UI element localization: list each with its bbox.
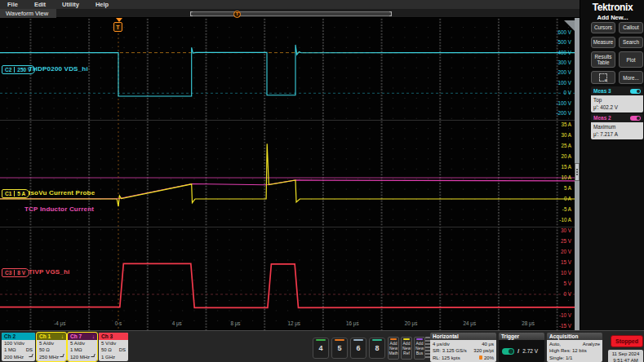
xtick: 0 s xyxy=(106,320,131,326)
tab-waveform-view[interactable]: Waveform View xyxy=(0,9,56,18)
run-stop-status-button[interactable]: Stopped xyxy=(611,335,643,347)
trigger-panel[interactable]: Trigger/2.72 V xyxy=(499,333,544,362)
channel-button-8[interactable]: 8 xyxy=(369,338,385,359)
zoom-box-button[interactable] xyxy=(591,71,615,84)
setting-value: 5 A/div xyxy=(70,340,85,347)
meas-card-body: Topμ': 402.2 V xyxy=(591,95,643,113)
acquisition-panel-header: Acquisition xyxy=(547,333,602,340)
channel-badge-c3[interactable]: C38 V xyxy=(2,268,29,277)
date-text: 11 Sep 2024 xyxy=(612,351,640,357)
time-text: 9:51:47 AM xyxy=(613,357,637,362)
meas-toggle[interactable] xyxy=(630,89,641,94)
search-button[interactable]: Search xyxy=(619,37,643,48)
setting-value: 5 V/div xyxy=(101,340,116,347)
channel-header: Ch 1↓ xyxy=(37,333,66,340)
trace-ch3 xyxy=(0,263,575,307)
channel-color-bar xyxy=(353,339,363,341)
channel-number: 4 xyxy=(318,344,322,352)
offset-arrow-icon: ↓ xyxy=(61,333,64,339)
trigger-position-marker[interactable]: T xyxy=(233,11,241,18)
ytick-cur: 25 A xyxy=(542,143,571,148)
add-new-math-button[interactable]: Add New Math xyxy=(388,337,399,360)
channel-setting-row: 50 ΩDS xyxy=(99,347,128,353)
trigger-flag-icon[interactable]: T xyxy=(113,22,122,32)
acquisition-row: High Res: 12 bits xyxy=(549,347,600,354)
setting-value: 100 V/div xyxy=(4,340,24,347)
ytick-c2: 300 V xyxy=(542,60,571,65)
xtick: 4 μs xyxy=(165,320,189,326)
channel-label: TIVP VGS_hi xyxy=(29,268,70,276)
ytick-cur: 5 A xyxy=(542,185,571,191)
menu-item-edit[interactable]: Edit xyxy=(34,1,46,8)
callout-button[interactable]: Callout xyxy=(619,22,643,33)
ytick-c2: 200 V xyxy=(542,69,571,75)
channel-settings-ch2[interactable]: Ch 2100 V/div1 MΩDS200 MHz xyxy=(2,333,35,361)
results-table-button[interactable]: Results Table xyxy=(591,51,615,68)
horizontal-value: 4 μs/div xyxy=(433,341,450,347)
menu-bar: FileEditUtilityHelp xyxy=(0,0,580,9)
meas-value: μ': 7.217 A xyxy=(593,131,641,139)
acquisition-panel[interactable]: AcquisitionAuto,AnalyzeHigh Res: 12 bits… xyxy=(547,333,602,362)
add-new-ref-button[interactable]: Add New Ref xyxy=(401,337,412,360)
ytick-c3: 0 V xyxy=(542,291,571,297)
add-new-bus-button[interactable]: Add New Bus xyxy=(414,337,425,360)
menu-item-utility[interactable]: Utility xyxy=(62,1,79,8)
trigger-enable-toggle[interactable] xyxy=(502,348,514,355)
tektronix-logo: Tektronix xyxy=(580,2,644,13)
toggle-knob xyxy=(637,117,640,120)
tab-bar: Waveform View T xyxy=(0,9,580,18)
channel-settings-ch7[interactable]: Ch 7↓5 A/div1 MΩ120 MHz xyxy=(68,333,97,361)
ytick-cur: 15 A xyxy=(542,164,571,170)
meas-card-2[interactable]: Meas 2Maximumμ': 7.217 A xyxy=(591,113,643,139)
channel-name: Ch 1 xyxy=(39,333,51,339)
setting-value: 1 MΩ xyxy=(70,347,82,353)
cursors-button[interactable]: Cursors xyxy=(591,22,615,33)
waveform-graticule[interactable]: T 600 V500 V400 V300 V200 V100 V0 V-100 … xyxy=(0,18,580,330)
channel-header: Ch 3 xyxy=(99,333,128,340)
badge-range: 8 V xyxy=(15,270,25,276)
channel-button-4[interactable]: 4 xyxy=(313,338,329,359)
offset-arrow-icon: ↓ xyxy=(92,333,95,339)
horizontal-row: RL: 125 kpts20% xyxy=(433,355,494,361)
channel-label: TCP Inductor Current xyxy=(24,205,94,213)
channel-button-6[interactable]: 6 xyxy=(350,338,366,359)
more--button[interactable]: More... xyxy=(619,71,643,84)
setting-value: 5 A/div xyxy=(39,340,54,347)
setting-flag: DS xyxy=(119,347,126,353)
measure-button[interactable]: Measure xyxy=(591,37,615,48)
horizontal-panel[interactable]: Horizontal4 μs/div40 μsSR: 3.125 GS/s320… xyxy=(430,333,496,362)
channel-settings-ch1[interactable]: Ch 1↓5 A/div50 Ω250 MHz xyxy=(37,333,66,361)
probe-icon xyxy=(29,354,33,357)
channel-name: Ch 7 xyxy=(70,333,82,339)
horizontal-row: SR: 3.125 GS/s320 ps/pt xyxy=(433,347,494,354)
setting-value: 120 MHz xyxy=(70,354,90,360)
channel-setting-row: 250 MHz xyxy=(37,354,66,360)
meas-stat: Maximum xyxy=(593,124,641,131)
channel-badge-c1[interactable]: C15 A xyxy=(2,189,29,198)
meas-value: μ': 402.2 V xyxy=(593,104,641,112)
ytick-c3: 15 V xyxy=(542,259,571,265)
meas-card-1[interactable]: Meas 3Topμ': 402.2 V xyxy=(591,86,643,113)
sidebar-button-grid: CursorsCalloutMeasureSearchResults Table… xyxy=(591,22,643,84)
ytick-c3: 5 V xyxy=(542,280,571,286)
acquisition-row: Single: 1/1 xyxy=(549,355,600,361)
channel-button-5[interactable]: 5 xyxy=(331,338,348,359)
ytick-c3: 25 V xyxy=(542,238,571,244)
channel-number: 6 xyxy=(356,344,360,352)
acquisition-row: Auto,Analyze xyxy=(549,341,600,347)
ytick-c2: -200 V xyxy=(542,110,571,116)
plot-button[interactable]: Plot xyxy=(619,51,643,68)
meas-toggle[interactable] xyxy=(630,116,641,121)
horizontal-panel-body: 4 μs/div40 μsSR: 3.125 GS/s320 ps/ptRL: … xyxy=(430,340,496,362)
ytick-c3: -15 V xyxy=(542,323,571,329)
channel-label: IsoVu Current Probe xyxy=(29,189,95,196)
horizontal-position-slider[interactable]: T xyxy=(190,11,392,16)
add-label: Add New Ref xyxy=(402,341,411,356)
channel-setting-row: 5 A/div xyxy=(37,340,66,347)
acquisition-value: Auto, xyxy=(549,341,561,347)
menu-item-file[interactable]: File xyxy=(7,1,18,8)
ytick-c2: 0 V xyxy=(542,90,571,95)
channel-color-bar xyxy=(316,339,326,341)
menu-item-help[interactable]: Help xyxy=(95,1,109,8)
channel-settings-ch3[interactable]: Ch 35 V/div50 ΩDS1 GHz xyxy=(99,333,128,361)
